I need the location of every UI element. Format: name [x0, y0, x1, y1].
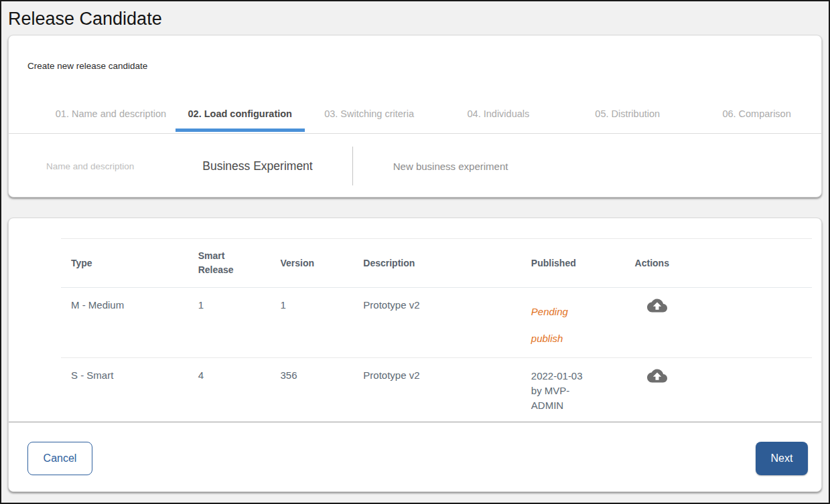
cell-description: Prototype v2 — [353, 358, 521, 422]
cell-published: 2022-01-03 by MVP-ADMIN — [521, 358, 625, 422]
table-row: M - Medium 1 1 Prototype v2 Pending publ… — [61, 288, 812, 358]
column-header-published: Published — [521, 239, 625, 288]
cell-type: M - Medium — [61, 288, 188, 358]
subtab-name-and-description[interactable]: Name and description — [46, 161, 134, 171]
table-row: S - Smart 4 356 Prototype v2 2022-01-03 … — [61, 358, 812, 422]
tab-load-configuration[interactable]: 02. Load configuration — [176, 98, 305, 133]
cell-type: S - Smart — [61, 358, 188, 422]
subtab-divider — [352, 147, 353, 185]
subtab-business-experiment[interactable]: Business Experiment — [202, 159, 312, 173]
subtab-new-business-experiment[interactable]: New business experiment — [393, 161, 508, 172]
publish-button[interactable] — [647, 369, 667, 383]
column-header-version: Version — [270, 239, 353, 288]
wizard-card: Create new release candidate 01. Name an… — [8, 35, 822, 197]
cell-description: Prototype v2 — [353, 288, 521, 358]
cell-smart-release: 4 — [188, 358, 271, 422]
grid-header-row: Type Smart Release Version Description P… — [61, 239, 812, 288]
cell-version: 1 — [270, 288, 353, 358]
column-header-type: Type — [61, 239, 188, 288]
tab-name-and-description[interactable]: 01. Name and description — [46, 98, 176, 133]
cell-actions — [625, 358, 812, 422]
wizard-footer: Cancel Next — [9, 422, 821, 475]
cell-actions — [625, 288, 812, 358]
column-header-smart-release: Smart Release — [188, 239, 271, 288]
pending-publish-status: Pending publish — [531, 299, 593, 352]
grid-card: Type Smart Release Version Description P… — [8, 218, 822, 492]
tab-individuals[interactable]: 04. Individuals — [433, 98, 563, 133]
published-date: 2022-01-03 by MVP-ADMIN — [531, 369, 593, 413]
column-header-actions: Actions — [625, 239, 812, 288]
tab-distribution[interactable]: 05. Distribution — [563, 98, 692, 133]
cloud-upload-icon — [647, 305, 667, 315]
cell-version: 356 — [270, 358, 353, 422]
release-grid: Type Smart Release Version Description P… — [61, 238, 812, 422]
tab-comparison[interactable]: 06. Comparison — [692, 98, 821, 133]
wizard-step-tabs: 01. Name and description 02. Load config… — [9, 98, 821, 134]
tab-load-configuration-label: 02. Load configuration — [188, 108, 292, 119]
cloud-upload-icon — [647, 375, 667, 385]
cell-smart-release: 1 — [188, 288, 271, 358]
page-title: Release Candidate — [8, 8, 829, 29]
next-button[interactable]: Next — [756, 442, 808, 475]
cancel-button[interactable]: Cancel — [27, 442, 92, 475]
column-header-description: Description — [353, 239, 521, 288]
cell-published: Pending publish — [521, 288, 625, 358]
active-tab-underline — [176, 129, 305, 132]
wizard-subtabs: Name and description Business Experiment… — [9, 134, 821, 198]
wizard-heading: Create new release candidate — [27, 62, 821, 71]
publish-button[interactable] — [647, 299, 667, 313]
tab-switching-criteria[interactable]: 03. Switching criteria — [305, 98, 434, 133]
